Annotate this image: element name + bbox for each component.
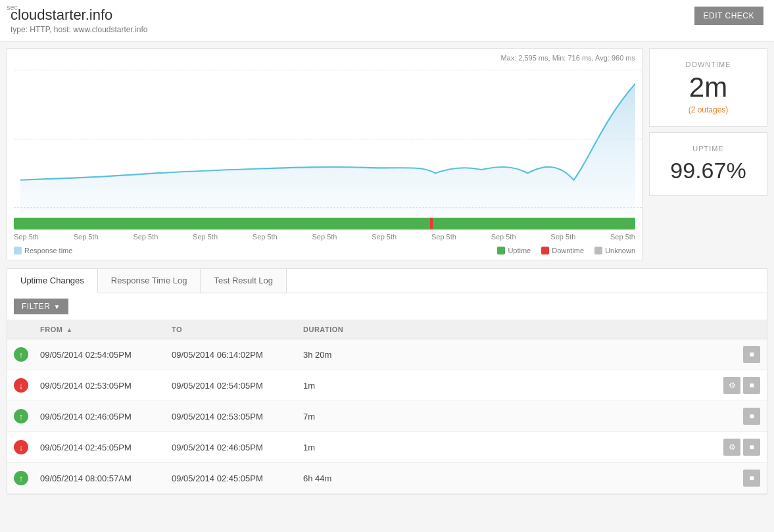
uptime-legend-color xyxy=(497,247,505,254)
date-label: Sep 5th xyxy=(610,233,635,241)
main-content: Max: 2,595 ms, Min: 716 ms, Avg: 960 ms … xyxy=(0,41,774,260)
row-from: 09/05/2014 02:46:05PM xyxy=(40,412,172,422)
date-label: Sep 5th xyxy=(193,233,218,241)
tab-test-result-log[interactable]: Test Result Log xyxy=(201,269,287,293)
row-actions: ■ xyxy=(708,346,760,363)
downtime-marker xyxy=(430,218,433,230)
chart-stats: Max: 2,595 ms, Min: 716 ms, Avg: 960 ms xyxy=(7,49,642,63)
downtime-legend-label: Downtime xyxy=(552,247,584,254)
legend-response-time: Response time xyxy=(14,247,72,254)
row-actions: ■ xyxy=(708,408,760,425)
tab-response-time-log[interactable]: Response Time Log xyxy=(98,269,201,293)
downtime-label: DOWNTIME xyxy=(660,60,756,68)
copy-button[interactable]: ■ xyxy=(743,470,760,487)
row-duration: 6h 44m xyxy=(303,473,708,483)
date-label: Sep 5th xyxy=(74,233,99,241)
date-label: Sep 5th xyxy=(253,233,278,241)
row-duration: 1m xyxy=(303,443,708,452)
copy-button[interactable]: ■ xyxy=(743,346,760,363)
table-row: ↑ 09/05/2014 08:00:57AM 09/05/2014 02:45… xyxy=(7,463,767,494)
chart-area: 3 2 1 xyxy=(14,63,642,214)
table-row: ↓ 09/05/2014 02:45:05PM 09/05/2014 02:46… xyxy=(7,432,767,463)
row-to: 09/05/2014 02:45:05PM xyxy=(172,473,303,483)
downtime-value: 2m xyxy=(660,74,756,101)
uptime-bar xyxy=(14,218,635,230)
sort-icon[interactable]: ▲ xyxy=(66,326,72,333)
row-from: 09/05/2014 02:54:05PM xyxy=(40,350,172,360)
tab-uptime-changes[interactable]: Uptime Changes xyxy=(7,269,98,293)
downtime-card: DOWNTIME 2m (2 outages) xyxy=(649,48,767,127)
row-actions: ⚙ ■ xyxy=(708,377,760,394)
row-from: 09/05/2014 02:45:05PM xyxy=(40,443,172,452)
row-duration: 7m xyxy=(303,412,708,422)
table-row: ↓ 09/05/2014 02:53:05PM 09/05/2014 02:54… xyxy=(7,370,767,401)
filter-button[interactable]: FILTER ▼ xyxy=(14,299,68,314)
col-header-to: TO xyxy=(172,326,303,333)
page-subtitle: type: HTTP, host: www.cloudstarter.info xyxy=(11,25,148,34)
header: cloudstarter.info type: HTTP, host: www.… xyxy=(0,0,774,41)
row-duration: 3h 20m xyxy=(303,350,708,360)
page-title: cloudstarter.info xyxy=(11,7,148,24)
row-duration: 1m xyxy=(303,381,708,391)
unknown-legend-color xyxy=(594,247,602,254)
row-actions: ■ xyxy=(708,470,760,487)
date-label: Sep 5th xyxy=(550,233,575,241)
date-label: Sep 5th xyxy=(312,233,337,241)
date-label: Sep 5th xyxy=(372,233,397,241)
table: FROM ▲ TO DURATION ↑ 09/05/2014 02:54:05… xyxy=(7,320,767,494)
row-from: 09/05/2014 08:00:57AM xyxy=(40,473,172,483)
copy-button[interactable]: ■ xyxy=(743,377,760,394)
row-to: 09/05/2014 02:54:05PM xyxy=(172,381,303,391)
uptime-label: UPTIME xyxy=(660,145,756,153)
row-from: 09/05/2014 02:53:05PM xyxy=(40,381,172,391)
date-label: Sep 5th xyxy=(431,233,456,241)
uptime-value: 99.67% xyxy=(660,158,756,183)
row-to: 09/05/2014 02:53:05PM xyxy=(172,412,303,422)
gear-button[interactable]: ⚙ xyxy=(723,377,740,394)
copy-button[interactable]: ■ xyxy=(743,439,760,456)
row-to: 09/05/2014 02:46:05PM xyxy=(172,443,303,452)
edit-check-button[interactable]: EDIT CHECK xyxy=(694,7,763,25)
date-label: Sep 5th xyxy=(491,233,516,241)
header-info: cloudstarter.info type: HTTP, host: www.… xyxy=(11,7,148,34)
legend-downtime: Downtime xyxy=(541,247,584,254)
tabs-header: Uptime Changes Response Time Log Test Re… xyxy=(7,269,767,293)
y-label-sec: sec xyxy=(7,3,18,11)
chart-legend: Response time Uptime Downtime Unknown xyxy=(7,244,642,260)
table-header: FROM ▲ TO DURATION xyxy=(7,320,767,339)
unknown-legend-label: Unknown xyxy=(605,247,635,254)
legend-unknown: Unknown xyxy=(594,247,635,254)
gear-button[interactable]: ⚙ xyxy=(723,439,740,456)
filter-label: FILTER xyxy=(22,302,50,311)
copy-button[interactable]: ■ xyxy=(743,408,760,425)
side-panels: DOWNTIME 2m (2 outages) UPTIME 99.67% xyxy=(649,48,767,260)
filter-bar: FILTER ▼ xyxy=(7,293,767,320)
uptime-legend-label: Uptime xyxy=(508,247,531,254)
response-time-legend-label: Response time xyxy=(24,247,72,254)
date-label: Sep 5th xyxy=(133,233,158,241)
filter-arrow-icon: ▼ xyxy=(53,303,60,310)
downtime-legend-color xyxy=(541,247,549,254)
date-labels: Sep 5th Sep 5th Sep 5th Sep 5th Sep 5th … xyxy=(7,230,642,244)
table-row: ↑ 09/05/2014 02:54:05PM 09/05/2014 06:14… xyxy=(7,339,767,370)
legend-uptime: Uptime xyxy=(497,247,531,254)
col-header-duration: DURATION xyxy=(303,326,708,333)
uptime-card: UPTIME 99.67% xyxy=(649,132,767,196)
table-row: ↑ 09/05/2014 02:46:05PM 09/05/2014 02:53… xyxy=(7,401,767,432)
downtime-sub: (2 outages) xyxy=(660,105,756,114)
row-to: 09/05/2014 06:14:02PM xyxy=(172,350,303,360)
tabs-section: Uptime Changes Response Time Log Test Re… xyxy=(7,268,767,495)
col-header-from: FROM ▲ xyxy=(40,326,172,333)
chart-section: Max: 2,595 ms, Min: 716 ms, Avg: 960 ms … xyxy=(7,48,642,260)
row-actions: ⚙ ■ xyxy=(708,439,760,456)
